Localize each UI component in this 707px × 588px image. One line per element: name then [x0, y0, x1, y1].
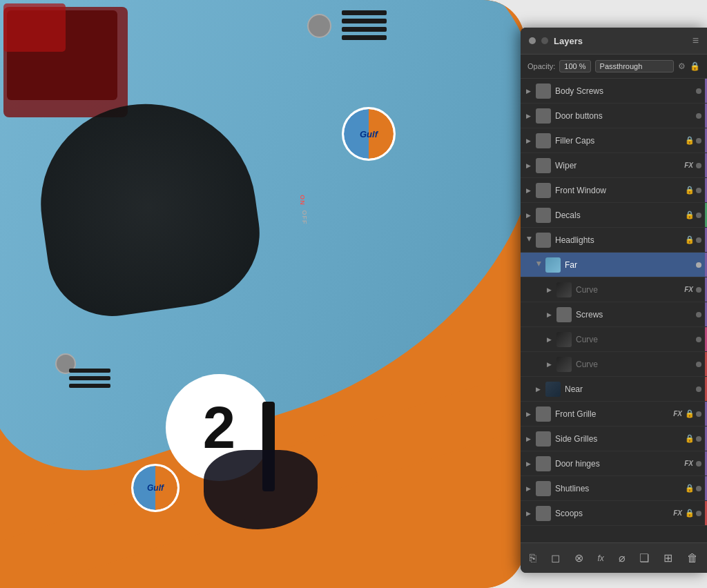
gear-icon[interactable]: ⚙	[678, 61, 686, 71]
expand-arrow[interactable]: ▶	[526, 212, 533, 219]
layer-curve-2[interactable]: ▶ Curve	[521, 327, 707, 352]
expand-arrow[interactable]: ▶	[526, 411, 533, 418]
vent-group-top	[342, 10, 387, 40]
visibility-dot[interactable]	[696, 461, 701, 467]
layer-near[interactable]: ▶ Near	[521, 377, 707, 402]
expand-arrow[interactable]: ▶	[526, 137, 533, 144]
expand-arrow[interactable]: ▶	[526, 187, 533, 194]
layer-thumb	[536, 183, 551, 198]
expand-arrow[interactable]: ▶	[526, 485, 533, 492]
visibility-dot[interactable]	[696, 386, 701, 392]
visibility-dot[interactable]	[696, 262, 701, 268]
panel-header-left: Layers	[529, 36, 583, 46]
toolbar-fx-icon[interactable]: fx	[595, 551, 606, 565]
visibility-dot[interactable]	[696, 312, 701, 317]
layer-curve-3[interactable]: ▶ Curve	[521, 352, 707, 377]
panel-menu-icon[interactable]: ≡	[693, 35, 699, 47]
layer-thumb	[536, 208, 551, 223]
expand-arrow[interactable]: ▶	[547, 286, 554, 293]
layer-thumb	[556, 282, 572, 297]
expand-arrow[interactable]: ▶	[536, 262, 543, 268]
visibility-dot[interactable]	[696, 411, 701, 417]
layer-curve-1[interactable]: ▶ Curve FX	[521, 277, 707, 302]
layer-door-hinges[interactable]: ▶ Door hinges FX	[521, 451, 707, 476]
visibility-dot[interactable]	[696, 188, 701, 193]
layer-name: Curve	[576, 285, 684, 295]
expand-arrow[interactable]: ▶	[526, 237, 533, 244]
layer-name: Curve	[576, 335, 696, 344]
toolbar-merge-icon[interactable]: ⊞	[661, 549, 675, 567]
layer-far[interactable]: ▶ Far	[521, 253, 707, 277]
layer-headlights[interactable]: ▶ Headlights 🔒	[521, 228, 707, 253]
visibility-dot[interactable]	[696, 436, 701, 442]
lock-icon: 🔒	[685, 434, 695, 443]
expand-arrow[interactable]: ▶	[526, 435, 533, 442]
layer-front-window[interactable]: ▶ Front Window 🔒	[521, 178, 707, 203]
opacity-input[interactable]: 100 %	[559, 60, 590, 72]
lock-icon: 🔒	[685, 186, 695, 195]
expand-arrow[interactable]: ▶	[526, 112, 533, 119]
visibility-dot[interactable]	[696, 237, 701, 243]
visibility-dot[interactable]	[696, 163, 701, 168]
layer-front-grille[interactable]: ▶ Front Grille FX 🔒	[521, 402, 707, 427]
layer-thumb	[536, 133, 551, 148]
blend-mode-select[interactable]: Passthrough	[595, 60, 674, 72]
switch-off: OFF	[301, 210, 308, 225]
gulf-logo-top: Gulf	[342, 107, 396, 161]
layer-door-buttons[interactable]: ▶ Door buttons	[521, 104, 707, 128]
layer-thumb	[536, 84, 551, 99]
layer-side-grilles[interactable]: ▶ Side Grilles 🔒	[521, 427, 707, 451]
layer-scoops[interactable]: ▶ Scoops FX 🔒	[521, 501, 707, 526]
layer-thumb	[556, 357, 572, 372]
expand-arrow[interactable]: ▶	[547, 336, 554, 343]
toolbar-new-layer-icon[interactable]: ◻	[549, 549, 562, 567]
layer-name: Wiper	[555, 161, 684, 170]
layer-decals[interactable]: ▶ Decals 🔒	[521, 203, 707, 228]
layer-filler-caps[interactable]: ▶ Filler Caps 🔒	[521, 128, 707, 153]
gulf-logo-bottom: Gulf	[131, 464, 180, 512]
toolbar-adjustment-icon[interactable]: ⌀	[617, 549, 628, 567]
fx-badge: FX	[684, 286, 693, 293]
layer-screws[interactable]: ▶ Screws	[521, 302, 707, 327]
visibility-dot[interactable]	[696, 337, 701, 342]
visibility-dot[interactable]	[696, 486, 701, 491]
tail-light	[3, 3, 66, 52]
panel-dot	[529, 37, 536, 44]
layer-lock-icon[interactable]: 🔒	[690, 61, 700, 71]
expand-arrow[interactable]: ▶	[526, 162, 533, 169]
opacity-label: Opacity:	[527, 62, 555, 70]
gulf-text-top: Gulf	[360, 129, 378, 139]
vent-b1	[69, 369, 110, 373]
layer-thumb	[536, 108, 551, 124]
expand-arrow[interactable]: ▶	[536, 386, 543, 393]
layer-name: Front Grille	[555, 409, 673, 419]
visibility-dot[interactable]	[696, 511, 701, 516]
expand-arrow[interactable]: ▶	[526, 460, 533, 467]
expand-arrow[interactable]: ▶	[547, 361, 554, 368]
layers-list: ▶ Body Screws ▶ Door buttons ▶ Filler Ca…	[521, 79, 707, 542]
toolbar-new-group-icon[interactable]: ⎘	[527, 550, 539, 567]
toolbar-mask-icon[interactable]: ⊗	[572, 549, 585, 567]
expand-arrow[interactable]: ▶	[547, 311, 554, 318]
visibility-dot[interactable]	[696, 287, 701, 293]
toolbar-duplicate-icon[interactable]: ❏	[637, 549, 651, 567]
expand-arrow[interactable]: ▶	[526, 510, 533, 517]
layer-thumb	[545, 382, 561, 397]
visibility-dot[interactable]	[696, 362, 701, 367]
layer-body-screws[interactable]: ▶ Body Screws	[521, 79, 707, 104]
layer-shutlines[interactable]: ▶ Shutlines 🔒	[521, 476, 707, 501]
layer-thumb	[536, 158, 551, 173]
layer-name: Far	[565, 260, 696, 270]
visibility-dot[interactable]	[696, 88, 701, 94]
visibility-dot[interactable]	[696, 113, 701, 119]
toolbar-delete-icon[interactable]: 🗑	[685, 550, 700, 567]
vent-4	[342, 35, 387, 40]
visibility-dot[interactable]	[696, 138, 701, 144]
lock-icon: 🔒	[685, 509, 695, 518]
visibility-dot[interactable]	[696, 213, 701, 218]
layer-wiper[interactable]: ▶ Wiper FX	[521, 153, 707, 178]
switch-on: ON	[299, 195, 306, 206]
panel-dot-2	[541, 37, 548, 44]
expand-arrow[interactable]: ▶	[526, 88, 533, 95]
layer-thumb	[536, 233, 551, 248]
